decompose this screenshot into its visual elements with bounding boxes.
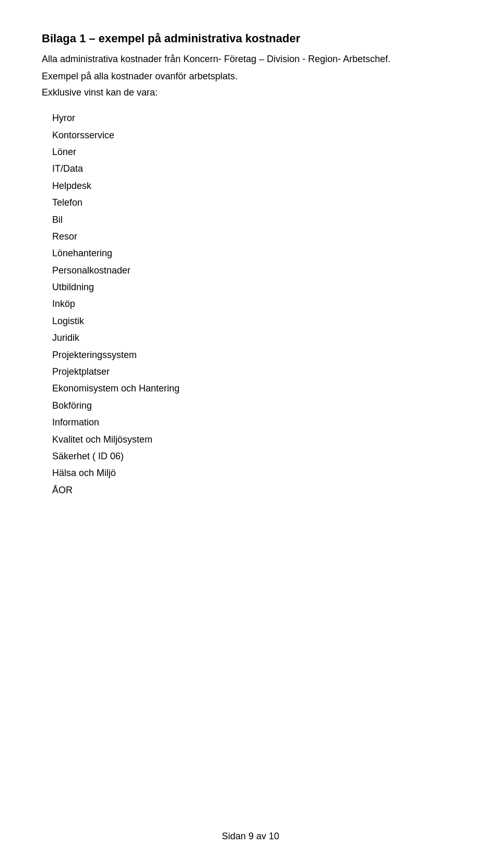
list-item: Inköp	[52, 295, 459, 312]
list-item: Telefon	[52, 194, 459, 211]
list-item: Lönehantering	[52, 245, 459, 261]
list-item: Resor	[52, 228, 459, 245]
list-item: Utbildning	[52, 279, 459, 295]
page-container: Bilaga 1 – exempel på administrativa kos…	[0, 0, 501, 868]
page-intro: Exempel på alla kostnader ovanför arbets…	[42, 70, 459, 83]
page-footer: Sidan 9 av 10	[0, 831, 501, 842]
list-item: Logistik	[52, 313, 459, 329]
items-list: HyrorKontorsserviceLönerIT/DataHelpdeskT…	[52, 110, 459, 498]
list-item: Bokföring	[52, 397, 459, 414]
list-item: Information	[52, 414, 459, 431]
list-item: IT/Data	[52, 160, 459, 177]
list-item: Kontorsservice	[52, 127, 459, 144]
list-item: Helpdesk	[52, 177, 459, 194]
page-number: Sidan 9 av 10	[222, 831, 279, 841]
list-item: Hälsa och Miljö	[52, 465, 459, 481]
list-item: ÅOR	[52, 482, 459, 498]
list-item: Hyror	[52, 110, 459, 126]
list-item: Projekteringssystem	[52, 347, 459, 363]
list-item: Projektplatser	[52, 363, 459, 380]
list-item: Bil	[52, 211, 459, 228]
list-item: Kvalitet och Miljösystem	[52, 431, 459, 448]
list-item: Juridik	[52, 329, 459, 346]
section-header: Exklusive vinst kan de vara:	[42, 86, 459, 99]
list-item: Säkerhet ( ID 06)	[52, 448, 459, 465]
page-title: Bilaga 1 – exempel på administrativa kos…	[42, 31, 459, 46]
list-item: Personalkostnader	[52, 262, 459, 279]
page-subtitle: Alla administrativa kostnader från Konce…	[42, 53, 459, 66]
list-item: Ekonomisystem och Hantering	[52, 380, 459, 397]
list-item: Löner	[52, 144, 459, 160]
